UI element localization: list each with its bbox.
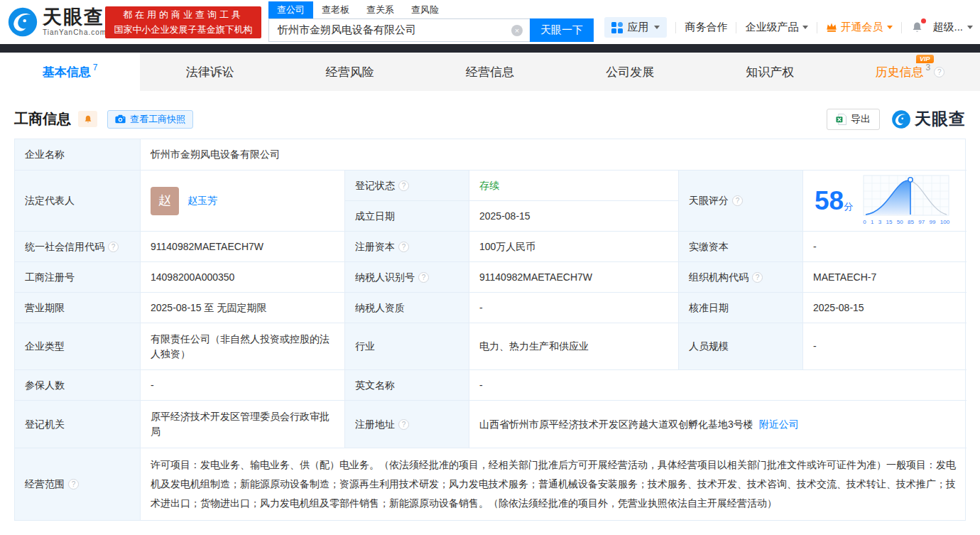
field-label: 英文名称 <box>345 370 469 401</box>
slogan-line1: 都在用的商业查询工具 <box>123 8 244 22</box>
help-icon[interactable]: ? <box>732 195 743 206</box>
score-value: 58 <box>815 186 844 215</box>
field-label: 登记状态 ? <box>345 171 469 201</box>
org-code-value: MAETAECH-7 <box>803 262 967 293</box>
help-icon[interactable]: ? <box>68 479 79 490</box>
tab-company-development[interactable]: 公司发展 <box>560 53 700 91</box>
search-tab-risk[interactable]: 查风险 <box>403 1 447 18</box>
export-button[interactable]: 导出 <box>827 109 880 130</box>
help-icon[interactable]: ? <box>108 242 119 252</box>
clear-icon[interactable]: × <box>511 25 523 36</box>
table-row: 营业期限 2025-08-15 至 无固定期限 纳税人资质 - 核准日期 202… <box>15 293 965 323</box>
business-info-header: 工商信息 查看工商快照 <box>14 108 966 130</box>
tianyancha-logo-icon <box>891 109 911 129</box>
search-tab-boss[interactable]: 查老板 <box>313 1 358 18</box>
reg-capital-value: 100万人民币 <box>469 232 679 262</box>
tab-history-info[interactable]: VIP 历史信息 3 ? <box>840 53 980 91</box>
tab-operating-info[interactable]: 经营信息 <box>420 53 560 91</box>
score-axis-labels: 01 315 5085 9799 100 <box>863 218 949 227</box>
label-text: 组织机构代码 <box>689 270 748 285</box>
avatar[interactable]: 赵 <box>151 187 179 215</box>
credit-code-value: 91140982MAETAECH7W <box>141 232 345 262</box>
table-row: 参保人数 - 英文名称 - <box>15 370 965 401</box>
chevron-down-icon <box>967 26 973 29</box>
tab-legal-proceedings[interactable]: 法律诉讼 <box>140 53 280 91</box>
help-icon[interactable]: ? <box>398 242 409 252</box>
staff-size-value: - <box>803 323 967 370</box>
help-icon[interactable]: ? <box>752 272 763 283</box>
table-subrow: 登记状态 ? 存续 <box>345 171 679 201</box>
divider <box>736 22 736 33</box>
vip-badge: VIP <box>916 55 934 63</box>
field-label: 企业类型 <box>15 323 141 370</box>
nearby-companies-link[interactable]: 附近公司 <box>759 417 799 432</box>
tab-operating-risk[interactable]: 经营风险 <box>280 53 420 91</box>
company-name-value: 忻州市金朔风电设备有限公司 <box>141 139 967 171</box>
vip-label: 开通会员 <box>840 21 883 34</box>
paid-capital-value: - <box>803 232 967 262</box>
tab-label: 基本信息 <box>43 64 91 80</box>
help-icon[interactable]: ? <box>418 272 429 283</box>
tab-label: 知识产权 <box>746 64 794 80</box>
search-input[interactable] <box>268 18 530 42</box>
establish-date-value: 2025-08-15 <box>469 201 679 232</box>
label-text: 经营范围 <box>25 477 65 492</box>
tianyan-score[interactable]: 58分 <box>803 171 967 232</box>
help-icon[interactable]: ? <box>398 180 409 191</box>
field-label: 登记机关 <box>15 401 141 448</box>
field-label: 纳税人资质 <box>345 293 469 323</box>
tab-label: 公司发展 <box>606 64 654 80</box>
tianyancha-logo[interactable]: 天眼查 TianYanCha.com <box>7 6 107 38</box>
table-row: 经营范围 ? 许可项目：发电业务、输电业务、供（配）电业务。（依法须经批准的项目… <box>15 448 965 520</box>
watermark-text: 天眼查 <box>915 108 966 130</box>
notification-bell-icon[interactable] <box>910 21 924 34</box>
business-term-value: 2025-08-15 至 无固定期限 <box>141 293 345 323</box>
export-label: 导出 <box>851 113 871 126</box>
field-label: 核准日期 <box>679 293 803 323</box>
insured-count-value: - <box>141 370 345 401</box>
label-text: 登记状态 <box>355 178 395 193</box>
divider <box>817 22 817 33</box>
crown-icon <box>826 22 837 33</box>
divider <box>675 22 676 33</box>
help-icon[interactable]: ? <box>398 419 409 430</box>
field-label: 工商注册号 <box>15 262 141 293</box>
account-menu[interactable]: 超级... <box>932 21 973 34</box>
tab-basic-info[interactable]: 基本信息 7 <box>0 53 140 91</box>
field-label: 成立日期 <box>345 201 469 232</box>
score-distribution-chart: 01 315 5085 9799 100 <box>863 175 949 227</box>
field-label: 纳税人识别号 ? <box>345 262 469 293</box>
top-header: 天眼查 TianYanCha.com 都在用的商业查询工具 国家中小企业发展子基… <box>0 0 980 44</box>
logo-domain: TianYanCha.com <box>43 29 107 36</box>
field-label: 经营范围 ? <box>15 448 141 520</box>
field-label: 实缴资本 <box>679 232 803 262</box>
apps-menu[interactable]: 应用 <box>604 17 667 38</box>
search-tab-relation[interactable]: 查关系 <box>358 1 403 18</box>
tab-label: 经营信息 <box>466 64 514 80</box>
bell-icon <box>83 114 93 124</box>
divider <box>901 22 902 33</box>
header-divider-bar <box>0 44 980 53</box>
label-text: 纳税人识别号 <box>355 270 415 285</box>
subscribe-bell-button[interactable] <box>78 111 97 127</box>
tab-count: 7 <box>93 63 98 72</box>
search-button[interactable]: 天眼一下 <box>530 18 594 42</box>
chevron-down-icon <box>802 26 808 29</box>
tab-intellectual-property[interactable]: 知识产权 <box>700 53 840 91</box>
tianyancha-logo-icon <box>7 6 38 38</box>
company-type-value: 有限责任公司（非自然人投资或控股的法人独资） <box>141 323 345 370</box>
legal-rep-link[interactable]: 赵玉芳 <box>187 193 217 208</box>
menu-enterprise-products[interactable]: 企业级产品 <box>745 21 808 34</box>
legal-rep-value: 赵 赵玉芳 <box>141 171 345 232</box>
menu-open-vip[interactable]: 开通会员 <box>826 21 893 34</box>
brand-slogan: 都在用的商业查询工具 国家中小企业发展子基金旗下机构 <box>105 6 261 38</box>
search-tab-company[interactable]: 查公司 <box>268 1 313 18</box>
table-row: 登记机关 原平经济技术开发区管理委员会行政审批局 注册地址 ? 山西省忻州市原平… <box>15 401 965 448</box>
view-snapshot-button[interactable]: 查看工商快照 <box>107 110 193 129</box>
help-icon[interactable]: ? <box>934 67 944 77</box>
tab-label: 法律诉讼 <box>186 64 234 80</box>
menu-business-cooperation[interactable]: 商务合作 <box>685 21 727 34</box>
search-area: 查公司 查老板 查关系 查风险 × 天眼一下 <box>268 2 594 42</box>
label-text: 统一社会信用代码 <box>25 239 104 254</box>
logo-text: 天眼查 <box>43 8 107 27</box>
